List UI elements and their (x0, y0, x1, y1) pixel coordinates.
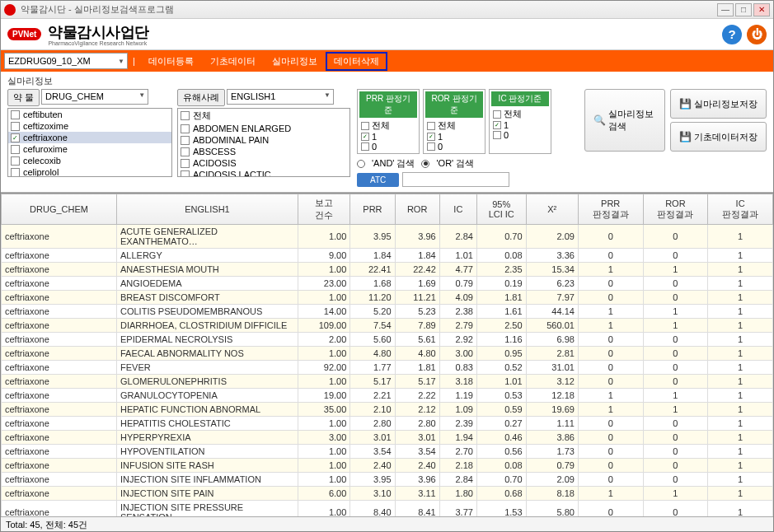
table-row[interactable]: ceftriaxoneGRANULOCYTOPENIA19.002.212.22… (2, 389, 773, 403)
list-item[interactable]: ceftibuten (8, 109, 171, 120)
table-row[interactable]: ceftriaxoneINFUSION SITE RASH1.002.402.4… (2, 459, 773, 473)
criteria-item[interactable]: ✓1 (359, 132, 417, 142)
tb-base-data[interactable]: 기초데이터 (202, 52, 264, 71)
results-grid-wrap[interactable]: DRUG_CHEMENGLISH1보고 건수PRRRORIC95% LCI IC… (1, 193, 773, 516)
column-header[interactable]: X² (526, 194, 578, 225)
table-row[interactable]: ceftriaxoneACUTE GENERALIZED EXANTHEMATO… (2, 225, 773, 249)
table-row[interactable]: ceftriaxoneDIARRHOEA, CLOSTRIDIUM DIFFIC… (2, 319, 773, 333)
table-row[interactable]: ceftriaxoneINJECTION SITE INFLAMMATION1.… (2, 473, 773, 487)
tb-data-register[interactable]: 데이터등록 (140, 52, 202, 71)
checkbox-icon[interactable] (181, 147, 190, 156)
column-header[interactable]: ENGLISH1 (117, 194, 298, 225)
checkbox-icon[interactable] (11, 110, 20, 119)
table-row[interactable]: ceftriaxoneCOLITIS PSEUDOMEMBRANOUS14.00… (2, 305, 773, 319)
list-item[interactable]: ✓ceftriaxone (8, 132, 171, 143)
column-header[interactable]: IC (439, 194, 476, 225)
criteria-item[interactable]: ✓1 (425, 132, 483, 142)
checkbox-icon[interactable] (427, 142, 435, 151)
checkbox-icon[interactable] (493, 110, 501, 119)
checkbox-icon[interactable] (493, 131, 501, 139)
close-button[interactable]: ✕ (753, 3, 770, 16)
search-button[interactable]: 실마리정보검색 (584, 89, 665, 152)
criteria-item[interactable]: 전체 (491, 108, 549, 120)
list-item[interactable]: ACIDOSIS LACTIC (178, 169, 349, 177)
list-item[interactable]: ABDOMINAL PAIN (178, 134, 349, 146)
table-cell: 22.41 (350, 263, 395, 277)
checkbox-icon[interactable] (181, 159, 190, 168)
checkbox-icon[interactable] (11, 168, 20, 177)
event-button[interactable]: 유해사례 (177, 89, 225, 106)
checkbox-icon[interactable]: ✓ (361, 133, 369, 141)
table-row[interactable]: ceftriaxoneANAESTHESIA MOUTH1.0022.4122.… (2, 263, 773, 277)
checkbox-icon[interactable] (427, 122, 435, 130)
list-item[interactable]: ABSCESS (178, 146, 349, 157)
list-item[interactable]: cefuroxime (8, 143, 171, 155)
column-header[interactable]: PRR 판정결과 (578, 194, 643, 225)
column-header[interactable]: ROR (395, 194, 439, 225)
checkbox-icon[interactable] (181, 170, 190, 178)
table-row[interactable]: ceftriaxoneALLERGY9.001.841.841.010.083.… (2, 249, 773, 263)
table-row[interactable]: ceftriaxoneINJECTION SITE PRESSURE SENSA… (2, 501, 773, 517)
criteria-item[interactable]: 0 (425, 142, 483, 152)
checkbox-icon[interactable] (361, 142, 369, 151)
column-header[interactable]: PRR (350, 194, 395, 225)
criteria-item[interactable]: 0 (359, 142, 417, 152)
atc-button[interactable]: ATC (357, 173, 399, 187)
table-row[interactable]: ceftriaxoneHYPOVENTILATION1.003.543.542.… (2, 445, 773, 459)
criteria-item[interactable]: ✓1 (491, 120, 549, 130)
criteria-item[interactable]: 전체 (359, 119, 417, 132)
criteria-item[interactable]: 전체 (425, 119, 483, 132)
list-item[interactable]: ceftizoxime (8, 120, 171, 132)
maximize-button[interactable]: □ (735, 3, 752, 16)
table-row[interactable]: ceftriaxoneFAECAL ABNORMALITY NOS1.004.8… (2, 347, 773, 361)
list-item[interactable]: celecoxib (8, 155, 171, 166)
checkbox-icon[interactable] (11, 156, 20, 166)
table-row[interactable]: ceftriaxoneANGIOEDEMA23.001.681.690.790.… (2, 277, 773, 291)
drug-button[interactable]: 약 물 (7, 89, 40, 106)
column-header[interactable]: DRUG_CHEM (2, 194, 117, 225)
atc-input[interactable] (402, 172, 509, 187)
column-header[interactable]: ROR 판정결과 (643, 194, 708, 225)
checkbox-icon[interactable] (361, 122, 369, 130)
save-signal-button[interactable]: 실마리정보저장 (670, 89, 767, 119)
table-row[interactable]: ceftriaxoneGLOMERULONEPHRITIS1.005.175.1… (2, 375, 773, 389)
event-listbox[interactable]: 전체ABDOMEN ENLARGEDABDOMINAL PAINABSCESSA… (177, 108, 350, 177)
list-item[interactable]: ACIDOSIS (178, 157, 349, 169)
table-row[interactable]: ceftriaxoneHEPATITIS CHOLESTATIC1.002.80… (2, 417, 773, 431)
table-row[interactable]: ceftriaxoneHEPATIC FUNCTION ABNORMAL35.0… (2, 403, 773, 417)
checkbox-icon[interactable]: ✓ (493, 121, 501, 129)
column-header[interactable]: 95% LCI IC (476, 194, 526, 225)
table-row[interactable]: ceftriaxoneINJECTION SITE PAIN6.003.103.… (2, 487, 773, 501)
table-row[interactable]: ceftriaxoneFEVER92.001.771.810.830.5231.… (2, 361, 773, 375)
checkbox-icon[interactable]: ✓ (11, 133, 20, 142)
table-row[interactable]: ceftriaxoneBREAST DISCOMFORT1.0011.2011.… (2, 291, 773, 305)
save-base-button[interactable]: 기초데이터저장 (670, 122, 767, 152)
checkbox-icon[interactable] (11, 122, 20, 131)
event-combo[interactable]: ENGLISH1 (227, 89, 334, 105)
drug-combo[interactable]: DRUG_CHEM (41, 89, 148, 105)
drug-listbox[interactable]: ceftibutenceftizoxime✓ceftriaxonecefurox… (7, 108, 172, 177)
radio-and[interactable] (357, 160, 365, 168)
checkbox-icon[interactable] (181, 136, 190, 145)
tb-signal-info[interactable]: 실마리정보 (264, 52, 326, 71)
power-icon[interactable]: ⏻ (747, 25, 767, 44)
radio-or[interactable] (421, 160, 429, 168)
table-row[interactable]: ceftriaxoneHYPERPYREXIA3.003.013.011.940… (2, 431, 773, 445)
column-header[interactable]: 보고 건수 (298, 194, 350, 225)
criteria-row: PRR 판정기준전체✓10ROR 판정기준전체✓10IC 판정기준전체✓10 (357, 89, 551, 154)
list-item[interactable]: 전체 (178, 109, 349, 123)
list-item[interactable]: celiprolol (8, 166, 171, 177)
table-row[interactable]: ceftriaxoneEPIDERMAL NECROLYSIS2.005.605… (2, 333, 773, 347)
file-select[interactable]: EZDRUG09_10_XM (4, 53, 128, 69)
checkbox-icon[interactable] (181, 124, 190, 133)
help-icon[interactable]: ? (722, 25, 742, 44)
tb-data-delete[interactable]: 데이터삭제 (326, 52, 387, 71)
checkbox-icon[interactable]: ✓ (427, 133, 435, 141)
checkbox-icon[interactable] (181, 111, 190, 120)
minimize-button[interactable]: — (717, 3, 734, 16)
criteria-item[interactable]: 0 (491, 130, 549, 140)
list-item[interactable]: ABDOMEN ENLARGED (178, 123, 349, 134)
column-header[interactable]: IC 판정결과 (708, 194, 773, 225)
table-cell: 1.81 (476, 291, 526, 305)
checkbox-icon[interactable] (11, 145, 20, 154)
